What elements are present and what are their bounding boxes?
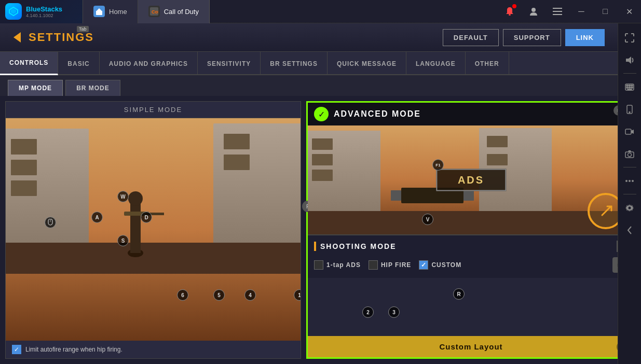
tab-controls[interactable]: CONTROLS — [0, 52, 58, 75]
advanced-header: ✓ ADVANCED MODE P — [308, 103, 634, 125]
home-icon — [93, 6, 105, 17]
mode-tabs: MP MODE BR MODE T — [0, 75, 641, 96]
close-btn[interactable]: ✕ — [617, 0, 641, 23]
sidebar-fullscreen[interactable] — [621, 29, 639, 47]
settings-header: SETTINGS Tab DEFAULT SUPPORT LINK — [0, 23, 641, 52]
mouse-badge — [45, 217, 56, 228]
tab-home[interactable]: Home — [83, 0, 138, 23]
advanced-check-icon: ✓ — [314, 107, 329, 121]
autofire-checkbox[interactable]: ✓ — [12, 345, 21, 354]
sidebar-volume[interactable] — [621, 51, 639, 69]
svg-rect-29 — [312, 138, 333, 150]
shooting-mode-section: SHOOTING MODE − 1-tap ADS HIP FIRE ✓ CUS… — [308, 234, 634, 278]
key-3: 3 — [388, 306, 400, 318]
svg-point-55 — [629, 180, 631, 182]
tab-game[interactable]: CoD Call of Duty — [138, 0, 210, 23]
shooting-bar-icon — [314, 242, 316, 251]
scene-svg — [6, 118, 301, 341]
svg-rect-17 — [224, 134, 250, 149]
advanced-bottom: R 2 3 — [308, 278, 634, 336]
svg-rect-38 — [463, 190, 474, 201]
hipfire-checkbox[interactable] — [369, 260, 378, 270]
key-2: 2 — [362, 306, 374, 318]
option-hipfire[interactable]: HIP FIRE — [369, 260, 411, 270]
svg-rect-19 — [6, 243, 301, 274]
svg-marker-39 — [626, 57, 631, 64]
main-content: SIMPLE MODE — [0, 96, 641, 364]
simple-mode-preview: W A D S 6 5 4 1 — [6, 118, 301, 341]
autofire-checkbox-row: ✓ Limit autofire range when hip firing. — [6, 341, 301, 358]
shooting-mode-header: SHOOTING MODE − — [314, 241, 628, 252]
svg-rect-9 — [553, 11, 562, 12]
account-btn[interactable] — [522, 0, 545, 23]
sidebar-phone[interactable] — [621, 100, 639, 118]
svg-marker-1 — [11, 9, 16, 14]
notification-dot — [512, 4, 516, 8]
advanced-game-preview: ADS F1 V E — [308, 125, 634, 234]
sidebar-gear[interactable] — [621, 199, 639, 217]
svg-point-49 — [629, 111, 630, 113]
svg-marker-3 — [96, 8, 102, 11]
key-f1: F1 — [432, 159, 444, 171]
svg-rect-30 — [312, 154, 333, 165]
tab-indicator: Tab — [77, 26, 89, 32]
sidebar-keyboard[interactable] — [621, 78, 639, 96]
1tap-checkbox[interactable] — [314, 260, 323, 270]
tab-quick-message[interactable]: QUICK MESSAGE — [328, 52, 406, 75]
sidebar-back[interactable] — [621, 221, 639, 239]
svg-text:CoD: CoD — [152, 9, 158, 15]
maximize-btn[interactable]: □ — [593, 0, 617, 23]
minimize-btn[interactable]: ─ — [569, 0, 593, 23]
svg-rect-46 — [631, 87, 633, 88]
hamburger-btn[interactable] — [545, 0, 569, 23]
title-bar-controls: ─ □ ✕ — [498, 0, 641, 23]
svg-rect-31 — [312, 170, 333, 181]
game-tab-label: Call of Duty — [164, 8, 199, 16]
bluestacks-name: BlueStacks — [26, 5, 62, 13]
svg-rect-15 — [11, 180, 37, 196]
key-a: A — [91, 212, 103, 223]
svg-rect-18 — [224, 155, 250, 170]
custom-label: CUSTOM — [431, 261, 461, 269]
sidebar-divider-3 — [623, 194, 636, 194]
tab-basic[interactable]: BASIC — [58, 52, 99, 75]
tab-other[interactable]: OTHER — [466, 52, 509, 75]
sidebar-video[interactable] — [621, 122, 639, 141]
shooting-title-text: SHOOTING MODE — [320, 242, 397, 250]
svg-rect-50 — [625, 129, 631, 134]
sidebar-camera[interactable] — [621, 145, 639, 163]
tab-language[interactable]: LANGUAGE — [406, 52, 466, 75]
notification-bell[interactable] — [498, 0, 522, 23]
tab-br-settings[interactable]: BR SETTINGS — [261, 52, 328, 75]
hipfire-label: HIP FIRE — [381, 261, 411, 269]
key-s: S — [117, 235, 129, 246]
svg-rect-33 — [487, 136, 508, 147]
br-mode-tab[interactable]: BR MODE — [65, 80, 120, 96]
settings-title: SETTINGS — [29, 31, 94, 44]
svg-rect-47 — [628, 89, 632, 90]
game-icon: CoD — [148, 6, 160, 17]
tab-sensitivity[interactable]: SENSITIVITY — [198, 52, 261, 75]
default-btn[interactable]: DEFAULT — [443, 29, 499, 46]
svg-rect-8 — [553, 8, 562, 9]
1tap-label: 1-tap ADS — [326, 261, 361, 269]
svg-rect-35 — [308, 211, 634, 234]
support-btn[interactable]: SUPPORT — [503, 29, 561, 46]
link-btn[interactable]: LINK — [565, 29, 605, 46]
arrow-icon — [13, 32, 21, 43]
tab-audio-graphics[interactable]: AUDIO AND GRAPHICS — [100, 52, 198, 75]
shooting-options: 1-tap ADS HIP FIRE ✓ CUSTOM ⚙ — [314, 257, 628, 273]
ads-label: ADS — [436, 169, 506, 191]
svg-rect-43 — [631, 85, 633, 86]
svg-rect-13 — [11, 139, 37, 155]
option-1tap[interactable]: 1-tap ADS — [314, 260, 361, 270]
title-bar-left: BlueStacks 4.140.1.1002 Home CoD Call of… — [0, 0, 210, 23]
simple-mode-title: SIMPLE MODE — [6, 102, 301, 118]
mp-mode-tab[interactable]: MP MODE — [8, 80, 63, 96]
custom-checkbox[interactable]: ✓ — [419, 260, 428, 270]
sidebar-dots[interactable] — [621, 172, 639, 190]
custom-layout-bar[interactable]: Custom Layout C — [308, 336, 634, 357]
option-custom[interactable]: ✓ CUSTOM — [419, 260, 461, 270]
key-d: D — [141, 212, 152, 223]
key-w: W — [117, 191, 129, 202]
